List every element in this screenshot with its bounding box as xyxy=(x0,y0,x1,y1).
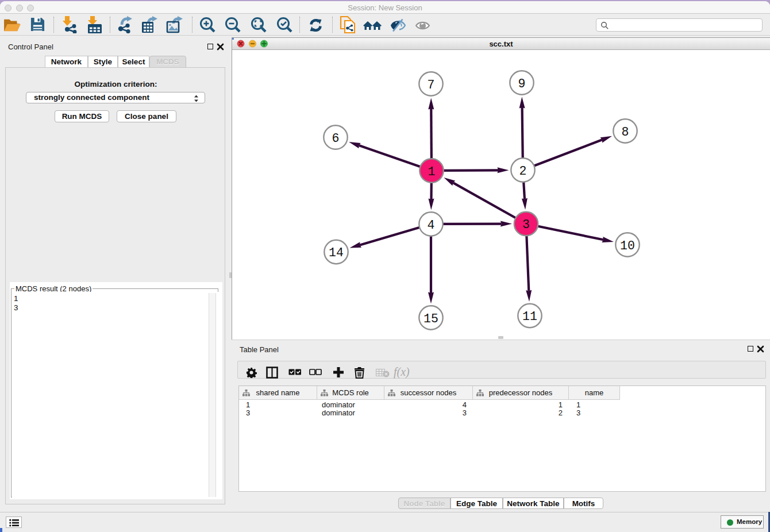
svg-text:8: 8 xyxy=(622,125,629,139)
svg-text:7: 7 xyxy=(428,78,435,92)
svg-text:14: 14 xyxy=(329,246,344,260)
svg-text:9: 9 xyxy=(518,77,526,91)
svg-text:15: 15 xyxy=(424,312,438,326)
svg-text:4: 4 xyxy=(428,218,435,232)
svg-text:6: 6 xyxy=(332,132,340,145)
svg-text:2: 2 xyxy=(519,164,527,178)
svg-text:10: 10 xyxy=(620,239,635,253)
svg-text:1: 1 xyxy=(428,165,436,179)
svg-text:3: 3 xyxy=(522,218,530,232)
svg-text:11: 11 xyxy=(522,310,537,323)
